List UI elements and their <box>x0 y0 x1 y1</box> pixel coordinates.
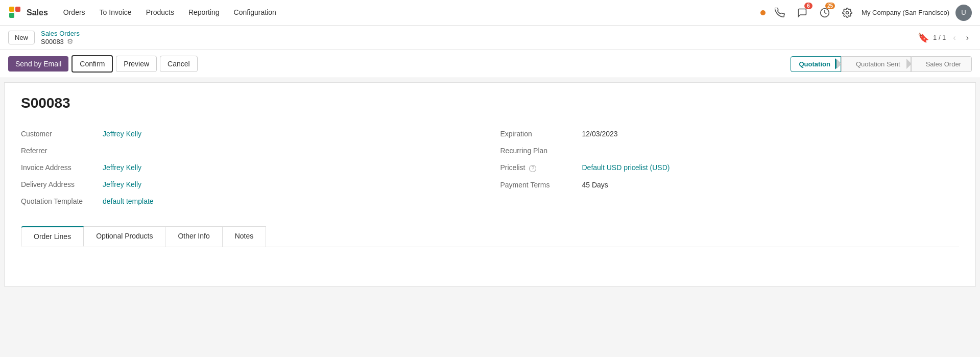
tab-optional-products[interactable]: Optional Products <box>83 226 165 247</box>
pricelist-row: Pricelist ? Default USD pricelist (USD) <box>500 159 960 177</box>
invoice-address-value[interactable]: Jeffrey Kelly <box>103 163 480 172</box>
cancel-button[interactable]: Cancel <box>160 56 198 72</box>
delivery-address-row: Delivery Address Jeffrey Kelly <box>21 176 480 193</box>
customer-value[interactable]: Jeffrey Kelly <box>103 130 480 138</box>
pricelist-label-text: Pricelist <box>500 163 525 172</box>
company-name[interactable]: My Company (San Francisco) <box>862 9 949 16</box>
main-content: S00083 Customer Jeffrey Kelly Referrer I… <box>4 82 976 287</box>
clock-badge: 25 <box>825 3 835 9</box>
delivery-address-label: Delivery Address <box>21 180 103 188</box>
status-pipeline: Quotation Quotation Sent Sales Order <box>791 56 972 72</box>
user-avatar[interactable]: U <box>955 5 972 21</box>
prev-button[interactable]: ‹ <box>950 31 959 44</box>
page-count: 1 / 1 <box>933 34 946 41</box>
form-grid: Customer Jeffrey Kelly Referrer Invoice … <box>21 126 959 210</box>
record-title: S00083 <box>21 95 959 111</box>
expiration-value[interactable]: 12/03/2023 <box>582 130 960 138</box>
form-left-col: Customer Jeffrey Kelly Referrer Invoice … <box>21 126 480 210</box>
nav-products[interactable]: Products <box>139 0 181 26</box>
top-nav: Sales Orders To Invoice Products Reporti… <box>0 0 980 26</box>
status-quotation-sent[interactable]: Quotation Sent <box>841 56 911 72</box>
nav-menu: Orders To Invoice Products Reporting Con… <box>56 0 760 26</box>
new-button[interactable]: New <box>8 31 35 44</box>
recurring-plan-label: Recurring Plan <box>500 147 582 155</box>
status-quotation[interactable]: Quotation <box>791 56 841 72</box>
quotation-template-label: Quotation Template <box>21 197 103 205</box>
referrer-row: Referrer <box>21 142 480 159</box>
svg-rect-0 <box>9 7 14 12</box>
confirm-button[interactable]: Confirm <box>71 55 113 73</box>
pagination-area: 🔖 1 / 1 ‹ › <box>918 31 972 44</box>
payment-terms-value[interactable]: 45 Days <box>582 181 960 189</box>
phone-icon[interactable] <box>772 5 788 21</box>
invoice-address-label: Invoice Address <box>21 163 103 172</box>
logo-icon <box>8 6 22 20</box>
tab-other-info[interactable]: Other Info <box>165 226 222 247</box>
nav-orders[interactable]: Orders <box>56 0 92 26</box>
payment-terms-label: Payment Terms <box>500 181 582 189</box>
pricelist-help-icon[interactable]: ? <box>529 165 536 172</box>
recurring-plan-row: Recurring Plan <box>500 142 960 159</box>
payment-terms-row: Payment Terms 45 Days <box>500 177 960 194</box>
nav-right: 6 25 My Company (San Francisco) U <box>760 5 972 21</box>
breadcrumb-area: Sales Orders S00083 ⚙ <box>41 30 80 45</box>
action-bar: Send by Email Confirm Preview Cancel Quo… <box>0 50 980 78</box>
svg-rect-2 <box>9 13 14 18</box>
invoice-address-row: Invoice Address Jeffrey Kelly <box>21 159 480 176</box>
tab-notes[interactable]: Notes <box>222 226 267 247</box>
customer-label: Customer <box>21 130 103 138</box>
form-right-col: Expiration 12/03/2023 Recurring Plan Pri… <box>500 126 960 210</box>
nav-configuration[interactable]: Configuration <box>227 0 283 26</box>
clock-icon[interactable]: 25 <box>817 5 833 21</box>
svg-point-4 <box>846 11 849 14</box>
quotation-template-row: Quotation Template default template <box>21 193 480 210</box>
status-sales-order[interactable]: Sales Order <box>911 56 972 72</box>
sub-header: New Sales Orders S00083 ⚙ 🔖 1 / 1 ‹ › <box>0 26 980 50</box>
record-id-text: S00083 <box>41 38 64 45</box>
referrer-label: Referrer <box>21 147 103 155</box>
settings-icon[interactable] <box>839 5 855 21</box>
preview-button[interactable]: Preview <box>116 56 157 72</box>
nav-to-invoice[interactable]: To Invoice <box>92 0 139 26</box>
next-button[interactable]: › <box>963 31 972 44</box>
send-email-button[interactable]: Send by Email <box>8 56 68 72</box>
expiration-row: Expiration 12/03/2023 <box>500 126 960 142</box>
record-id-row: S00083 ⚙ <box>41 37 80 45</box>
tab-order-lines[interactable]: Order Lines <box>21 226 84 247</box>
chat-badge: 6 <box>804 3 812 9</box>
svg-rect-1 <box>15 7 20 12</box>
expiration-label: Expiration <box>500 130 582 138</box>
delivery-address-value[interactable]: Jeffrey Kelly <box>103 180 480 188</box>
bookmark-icon[interactable]: 🔖 <box>918 32 929 43</box>
quotation-template-value[interactable]: default template <box>103 197 480 205</box>
app-logo[interactable]: Sales <box>8 6 48 20</box>
status-dot-icon[interactable] <box>760 10 766 15</box>
pricelist-label: Pricelist ? <box>500 163 582 172</box>
chat-icon[interactable]: 6 <box>794 5 810 21</box>
breadcrumb-parent[interactable]: Sales Orders <box>41 30 80 37</box>
tabs-container: Order Lines Optional Products Other Info… <box>21 226 959 247</box>
nav-reporting[interactable]: Reporting <box>181 0 227 26</box>
customer-row: Customer Jeffrey Kelly <box>21 126 480 142</box>
gear-icon[interactable]: ⚙ <box>67 37 74 45</box>
pricelist-value[interactable]: Default USD pricelist (USD) <box>582 163 960 172</box>
app-name: Sales <box>27 8 48 17</box>
